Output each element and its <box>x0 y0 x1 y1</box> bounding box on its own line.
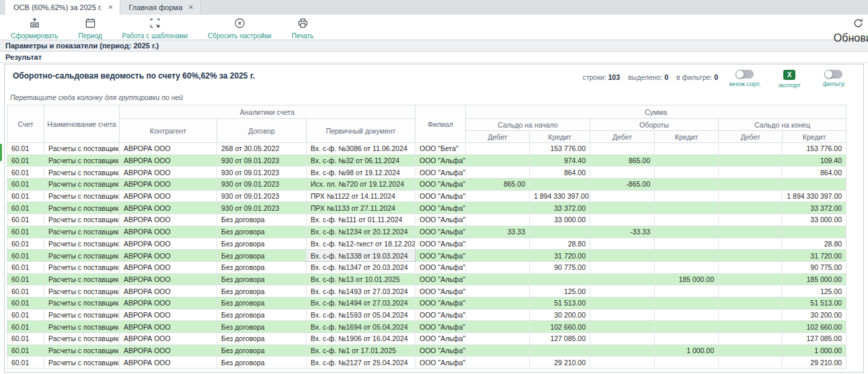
cell[interactable]: 60.01 <box>7 333 44 345</box>
cell[interactable]: 30 200.00 <box>783 309 846 321</box>
cell[interactable]: АВРОРА ООО <box>120 285 217 297</box>
group-drop-zone[interactable]: Перетащите сюда колонку для группировки … <box>10 93 863 101</box>
cell[interactable]: АВРОРА ООО <box>120 167 217 179</box>
table-row[interactable]: 60.01Расчеты с поставщикам...АВРОРА ОООБ… <box>7 238 846 250</box>
table-row[interactable]: 60.01Расчеты с поставщикам...АВРОРА ОООБ… <box>7 285 846 297</box>
table-row[interactable]: 60.01Расчеты с поставщикам...АВРОРА ООО9… <box>7 190 846 202</box>
cell[interactable]: 125.00 <box>530 285 590 297</box>
cell[interactable]: 864.00 <box>530 167 590 179</box>
cell[interactable]: 51 513.00 <box>530 297 590 309</box>
cell[interactable] <box>466 261 530 273</box>
cell[interactable] <box>590 167 655 179</box>
cell[interactable]: 60.01 <box>7 344 44 357</box>
cell[interactable]: 1 894 330 397.00 <box>530 190 590 202</box>
cell[interactable] <box>719 344 783 357</box>
cell[interactable]: 865.00 <box>590 154 655 167</box>
table-row[interactable]: 60.01Расчеты с поставщикам...АВРОРА ОООБ… <box>7 344 846 357</box>
cell[interactable] <box>655 214 719 226</box>
generate-button[interactable]: Сформировать <box>11 17 58 40</box>
cell[interactable] <box>655 285 719 297</box>
cell[interactable] <box>466 273 530 285</box>
cell[interactable] <box>590 190 655 202</box>
cell[interactable]: АВРОРА ООО <box>120 190 217 202</box>
excel-export-icon[interactable]: X <box>783 70 795 80</box>
cell[interactable]: Вх. с-ф. №1694 от 05.04.2024 <box>307 321 416 333</box>
cell[interactable]: 974.40 <box>530 154 590 167</box>
cell[interactable] <box>466 357 530 369</box>
templates-button[interactable]: Работа с шаблонами <box>122 17 188 40</box>
cell[interactable]: ООО "Альфа" <box>416 167 466 179</box>
cell[interactable] <box>466 297 530 309</box>
col-header-debit[interactable]: Дебет <box>466 131 530 143</box>
table-row[interactable]: 60.01Расчеты с поставщикам...АВРОРА ОООБ… <box>7 226 846 238</box>
table-row[interactable]: 60.01Расчеты с поставщикам...АВРОРА ОООБ… <box>7 214 846 226</box>
cell[interactable]: 864.00 <box>783 167 846 179</box>
cell[interactable]: Расчеты с поставщикам... <box>44 190 120 202</box>
cell[interactable]: АВРОРА ООО <box>120 261 217 273</box>
cell[interactable]: АВРОРА ООО <box>120 154 217 167</box>
cell[interactable] <box>655 321 719 333</box>
cell[interactable]: Расчеты с поставщикам... <box>44 273 120 285</box>
table-row[interactable]: 60.01Расчеты с поставщикам...АВРОРА ОООБ… <box>7 261 846 273</box>
cell[interactable] <box>655 179 719 191</box>
cell[interactable]: 31 720.00 <box>783 250 846 262</box>
cell[interactable]: 33.33 <box>466 226 530 238</box>
cell[interactable] <box>466 333 530 345</box>
col-header-debit[interactable]: Дебет <box>719 131 783 143</box>
cell[interactable]: Без договора <box>217 214 307 226</box>
cell[interactable] <box>590 297 655 309</box>
cell[interactable]: ООО "Альфа" <box>416 154 466 167</box>
cell[interactable]: Без договора <box>217 273 307 285</box>
cell[interactable]: 29 210.00 <box>530 357 590 369</box>
cell[interactable]: ООО "Альфа" <box>416 179 466 191</box>
cell[interactable] <box>719 179 783 191</box>
cell[interactable]: ООО "Альфа" <box>416 238 466 250</box>
cell[interactable]: Без договора <box>217 261 307 273</box>
cell[interactable] <box>655 238 719 250</box>
cell[interactable] <box>466 202 530 214</box>
cell[interactable]: Вх. с-ф. №12-ткест от 18.12.2024 <box>307 238 416 250</box>
cell[interactable]: 33 372.00 <box>783 202 846 214</box>
cell[interactable]: Расчеты с поставщикам... <box>44 202 120 214</box>
cell[interactable]: Расчеты с поставщикам... <box>44 344 120 357</box>
close-icon[interactable]: ✕ <box>108 4 114 11</box>
print-button[interactable]: Печать <box>292 17 314 40</box>
cell[interactable]: 60.01 <box>7 309 44 321</box>
cell[interactable]: Расчеты с поставщикам... <box>44 214 120 226</box>
cell[interactable] <box>719 202 783 214</box>
cell[interactable]: Расчеты с поставщикам... <box>44 238 120 250</box>
cell[interactable]: ПРХ №1122 от 14.11.2024 <box>307 190 416 202</box>
cell[interactable]: Без договора <box>217 250 307 262</box>
cell[interactable] <box>466 285 530 297</box>
cell[interactable]: ООО "Альфа" <box>416 226 466 238</box>
cell[interactable]: АВРОРА ООО <box>120 321 217 333</box>
cell[interactable]: Расчеты с поставщикам... <box>44 285 120 297</box>
cell[interactable]: 153 776.00 <box>530 143 590 155</box>
cell[interactable]: Вх. с-ф. №2127 от 25.04.2024 <box>307 357 416 369</box>
tab-main-form[interactable]: Главная форма ✕ <box>120 0 200 15</box>
cell[interactable]: 29 210.00 <box>783 357 846 369</box>
cell[interactable]: Расчеты с поставщикам... <box>44 357 120 369</box>
cell[interactable]: АВРОРА ООО <box>120 309 217 321</box>
table-row[interactable]: 60.01Расчеты с поставщикам...АВРОРА ОООБ… <box>7 357 846 369</box>
cell[interactable]: Расчеты с поставщикам... <box>44 154 120 167</box>
cell[interactable]: 109.40 <box>783 154 846 167</box>
cell[interactable]: ООО "Бета" <box>416 143 466 155</box>
cell[interactable]: АВРОРА ООО <box>120 357 217 369</box>
cell[interactable] <box>719 190 783 202</box>
cell[interactable] <box>719 250 783 262</box>
cell[interactable]: ООО "Альфа" <box>416 321 466 333</box>
cell[interactable] <box>590 238 655 250</box>
cell[interactable]: Расчеты с поставщикам... <box>44 321 120 333</box>
cell[interactable]: 60.01 <box>7 226 44 238</box>
cell[interactable]: 127 085.00 <box>783 333 846 345</box>
cell[interactable]: 60.01 <box>7 250 44 262</box>
cell[interactable]: Вх. с-ф. №1493 от 27.03.2024 <box>307 285 416 297</box>
col-header-account-name[interactable]: Наименование счета <box>44 105 120 143</box>
cell[interactable]: Расчеты с поставщикам... <box>44 297 120 309</box>
cell[interactable]: АВРОРА ООО <box>120 226 217 238</box>
cell[interactable]: 60.01 <box>7 261 44 273</box>
cell[interactable] <box>466 143 530 155</box>
cell[interactable] <box>590 250 655 262</box>
cell[interactable] <box>590 273 655 285</box>
